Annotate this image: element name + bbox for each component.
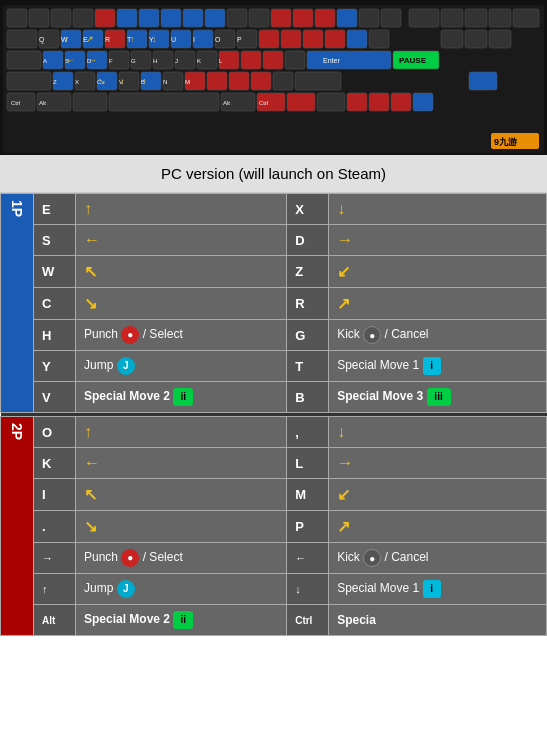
svg-rect-5 xyxy=(95,9,115,27)
svg-text:U: U xyxy=(171,36,176,43)
arrow-up-icon xyxy=(84,200,92,218)
svg-text:↑: ↑ xyxy=(130,34,135,44)
svg-text:R: R xyxy=(105,36,110,43)
key-cell: I xyxy=(34,479,76,511)
key-cell: . xyxy=(34,511,76,543)
svg-text:Enter: Enter xyxy=(323,57,340,64)
svg-rect-11 xyxy=(227,9,247,27)
punch-select-cell-2p: Punch ● / Select xyxy=(76,543,287,574)
svg-rect-6 xyxy=(117,9,137,27)
arrow-down-icon xyxy=(337,423,345,441)
svg-rect-81 xyxy=(347,93,367,111)
arrow-down-icon xyxy=(337,200,345,218)
special-move-3-partial-cell-2p: Specia iii xyxy=(329,605,547,636)
arrow-right-icon xyxy=(337,454,353,472)
svg-text:K: K xyxy=(197,58,201,64)
jump-cell-2p: Jump J xyxy=(76,574,287,605)
svg-text:Ctrl: Ctrl xyxy=(259,100,268,106)
key-cell: E xyxy=(34,194,76,225)
svg-rect-1 xyxy=(7,9,27,27)
svg-rect-15 xyxy=(315,9,335,27)
svg-rect-19 xyxy=(409,9,439,27)
svg-text:↓: ↓ xyxy=(120,76,125,86)
table-row: C R xyxy=(1,288,547,320)
controls-table: 1P E X S D W xyxy=(0,193,547,636)
svg-text:Alt: Alt xyxy=(39,100,46,106)
arrow-downright-icon xyxy=(84,294,97,313)
action-cell xyxy=(329,479,547,511)
action-cell xyxy=(76,288,287,320)
action-cell xyxy=(329,417,547,448)
arrow-up-icon xyxy=(84,423,92,441)
key-cell: ↑ xyxy=(34,574,76,605)
action-cell xyxy=(329,288,547,320)
svg-text:I: I xyxy=(193,36,195,43)
svg-rect-17 xyxy=(359,9,379,27)
svg-text:↑: ↑ xyxy=(64,34,69,44)
svg-text:P: P xyxy=(237,36,242,43)
svg-rect-37 xyxy=(303,30,323,48)
svg-rect-59 xyxy=(7,72,51,90)
svg-rect-16 xyxy=(337,9,357,27)
key-cell: M xyxy=(287,479,329,511)
svg-text:M: M xyxy=(185,79,190,85)
kick-cancel-cell-1p: Kick ● / Cancel xyxy=(329,320,547,351)
action-cell xyxy=(76,225,287,256)
action-cell xyxy=(329,256,547,288)
svg-text:↘: ↘ xyxy=(98,76,106,86)
key-cell: Alt xyxy=(34,605,76,636)
svg-rect-12 xyxy=(249,9,269,27)
key-cell: L xyxy=(287,448,329,479)
svg-rect-9 xyxy=(183,9,203,27)
key-cell: W xyxy=(34,256,76,288)
svg-rect-82 xyxy=(369,93,389,111)
svg-text:O: O xyxy=(215,36,221,43)
svg-rect-21 xyxy=(465,9,487,27)
svg-rect-14 xyxy=(293,9,313,27)
key-cell: X xyxy=(287,194,329,225)
key-cell: O xyxy=(34,417,76,448)
table-row-punch-kick-1p: H Punch ● / Select G Kick ● / Cancel xyxy=(1,320,547,351)
table-row: S D xyxy=(1,225,547,256)
svg-rect-13 xyxy=(271,9,291,27)
svg-rect-20 xyxy=(441,9,463,27)
svg-rect-44 xyxy=(7,51,41,69)
svg-text:Z: Z xyxy=(53,79,57,85)
special-move-2-cell-2p: Special Move 2 ii xyxy=(76,605,287,636)
key-cell: C xyxy=(34,288,76,320)
svg-text:Ctrl: Ctrl xyxy=(11,100,20,106)
svg-rect-75 xyxy=(73,93,107,111)
action-cell xyxy=(76,448,287,479)
action-cell xyxy=(76,417,287,448)
svg-text:↑: ↑ xyxy=(142,76,147,86)
arrow-left-icon xyxy=(84,231,100,249)
key-cell: H xyxy=(34,320,76,351)
svg-rect-71 xyxy=(295,72,341,90)
arrow-upright-icon xyxy=(337,517,350,536)
action-cell xyxy=(76,194,287,225)
action-cell xyxy=(329,511,547,543)
sm2-icon: ii xyxy=(173,388,193,406)
jump-cell-1p: Jump J xyxy=(76,351,287,382)
svg-text:X: X xyxy=(75,79,79,85)
arrow-downleft-icon xyxy=(337,262,350,281)
key-cell: K xyxy=(34,448,76,479)
table-row-special-1p: V Special Move 2 ii B Special Move 3 iii xyxy=(1,382,547,413)
key-cell: B xyxy=(287,382,329,413)
arrow-downleft-icon xyxy=(337,485,350,504)
svg-rect-67 xyxy=(207,72,227,90)
svg-rect-38 xyxy=(325,30,345,48)
svg-text:N: N xyxy=(163,79,167,85)
svg-rect-23 xyxy=(513,9,539,27)
table-row-special-2p: Alt Special Move 2 ii Ctrl Specia iii xyxy=(1,605,547,636)
special-move-1-cell-1p: Special Move 1 i xyxy=(329,351,547,382)
special-move-3-cell-1p: Special Move 3 iii xyxy=(329,382,547,413)
kick-icon: ● xyxy=(363,326,381,344)
punch-icon: ● xyxy=(121,326,139,344)
jump-icon: J xyxy=(117,357,135,375)
table-row: I M xyxy=(1,479,547,511)
key-cell: Z xyxy=(287,256,329,288)
svg-rect-10 xyxy=(205,9,225,27)
arrow-downright-icon xyxy=(84,517,97,536)
table-row: W Z xyxy=(1,256,547,288)
